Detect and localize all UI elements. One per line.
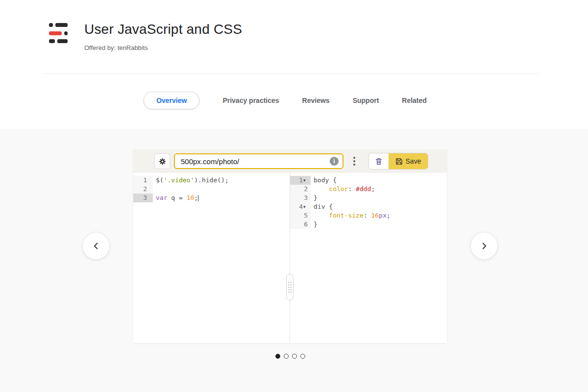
chrome-webstore-extension-page: User JavaScript and CSS Offered by: tenR… <box>0 0 588 392</box>
code-line: 4▾div { <box>290 202 447 211</box>
code-line: 6} <box>290 220 447 229</box>
code-text: } <box>311 194 447 202</box>
line-number: 3 <box>290 194 311 202</box>
tab-overview[interactable]: Overview <box>144 92 199 109</box>
url-field-wrap: i <box>174 153 343 169</box>
kebab-icon <box>353 157 355 159</box>
code-text: $('.video').hide(); <box>153 176 289 185</box>
header-divider <box>44 74 539 74</box>
extension-logo-icon <box>49 23 69 43</box>
code-line: 2 color: #ddd; <box>290 185 447 194</box>
extension-toolbar: i <box>133 149 447 172</box>
line-number: 2 <box>290 185 311 194</box>
javascript-editor[interactable]: 1$('.video').hide();23var q = 10; <box>133 173 289 343</box>
code-text: body { <box>311 176 447 185</box>
line-number: 4▾ <box>290 202 311 211</box>
carousel-dot-1[interactable] <box>275 354 280 359</box>
code-line: 1▾body { <box>290 176 447 185</box>
fold-arrow-icon[interactable]: ▾ <box>303 202 308 211</box>
gear-icon <box>158 157 167 166</box>
grip-dots-icon <box>288 281 292 293</box>
code-text: } <box>311 220 447 229</box>
code-text: div { <box>311 202 447 211</box>
code-line: 3} <box>290 194 447 202</box>
css-editor[interactable]: 1▾body {2 color: #ddd;3}4▾div {5 font-si… <box>290 173 447 343</box>
carousel-dot-2[interactable] <box>284 354 289 359</box>
code-text <box>153 185 289 194</box>
settings-button[interactable] <box>154 153 170 169</box>
tab-reviews[interactable]: Reviews <box>302 97 330 104</box>
trash-icon <box>375 157 383 166</box>
info-icon[interactable]: i <box>330 157 339 166</box>
tab-related[interactable]: Related <box>402 97 427 104</box>
code-line: 3var q = 10; <box>133 194 289 202</box>
carousel-dot-3[interactable] <box>292 354 297 359</box>
code-line: 5 font-size: 16px; <box>290 211 447 220</box>
tab-bar: Overview Privacy practices Reviews Suppo… <box>0 92 570 109</box>
chevron-left-icon <box>91 241 101 251</box>
line-number: 3 <box>133 194 153 202</box>
floppy-icon <box>395 158 403 165</box>
code-line: 2 <box>133 185 289 194</box>
save-button[interactable]: Save <box>389 153 428 169</box>
chevron-right-icon <box>479 241 490 251</box>
line-number: 2 <box>133 185 153 194</box>
delete-save-group: Save <box>368 153 428 170</box>
code-line: 1$('.video').hide(); <box>133 176 289 185</box>
extension-title: User JavaScript and CSS <box>84 22 242 37</box>
screenshot-carousel-band: i <box>0 129 588 392</box>
fold-arrow-icon[interactable]: ▾ <box>303 176 308 185</box>
code-editors: 1$('.video').hide();23var q = 10; 1▾body… <box>133 173 447 343</box>
tab-support[interactable]: Support <box>353 97 379 104</box>
next-screenshot-button[interactable] <box>471 233 497 259</box>
carousel-dots <box>133 354 447 359</box>
more-options-button[interactable] <box>350 155 358 168</box>
previous-screenshot-button[interactable] <box>83 233 109 259</box>
line-number: 6 <box>290 220 311 229</box>
tab-privacy-practices[interactable]: Privacy practices <box>222 97 279 104</box>
line-number: 5 <box>290 211 311 220</box>
line-number: 1▾ <box>290 176 311 185</box>
offered-by-text: Offered by: tenRabbits <box>84 44 148 51</box>
code-text: color: #ddd; <box>311 185 447 194</box>
delete-button[interactable] <box>369 153 389 169</box>
url-input[interactable] <box>174 153 343 169</box>
code-text: var q = 10; <box>153 194 289 202</box>
line-number: 1 <box>133 176 153 185</box>
save-button-label: Save <box>406 157 421 165</box>
pane-splitter-handle[interactable] <box>286 274 294 300</box>
screenshot-image: i <box>133 149 447 343</box>
code-text: font-size: 16px; <box>311 211 447 220</box>
carousel-dot-4[interactable] <box>300 354 305 359</box>
